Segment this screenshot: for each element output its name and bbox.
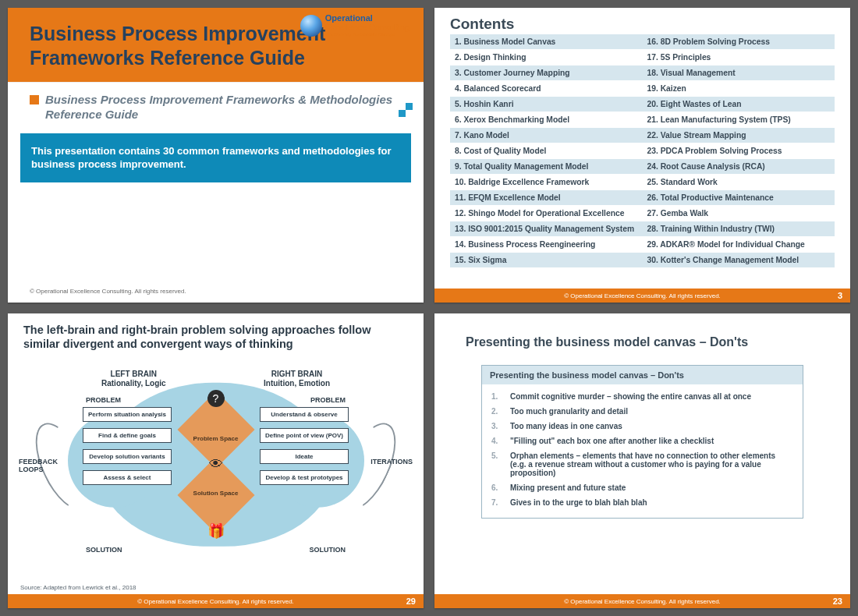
diagram-box: Assess & select	[83, 470, 172, 485]
solution-space-label: Solution Space	[193, 490, 239, 497]
diagram-box: Ideate	[260, 449, 349, 464]
contents-item: 3. Customer Journey Mapping	[450, 65, 643, 81]
donts-item: 4."Filling out" each box one after anoth…	[491, 434, 793, 448]
contents-item: 16. 8D Problem Solving Process	[643, 34, 835, 50]
left-brain-head: LEFT BRAIN Rationality, Logic	[101, 370, 166, 388]
donts-item: 5.Orphan elements – elements that have n…	[491, 448, 793, 480]
decor-squares-icon	[399, 103, 413, 117]
footer-bar: © Operational Excellence Consulting. All…	[8, 594, 424, 608]
donts-item-number: 1.	[491, 392, 502, 401]
right-boxes-col: Understand & observeDefine point of view…	[260, 407, 349, 485]
footer-copyright: © Operational Excellence Consulting. All…	[137, 598, 294, 605]
donts-item-number: 2.	[491, 407, 502, 416]
contents-item: 9. Total Quality Management Model	[450, 159, 643, 175]
blurb-text: This presentation contains 30 common fra…	[31, 145, 392, 171]
solution-label-left: SOLUTION	[86, 546, 122, 554]
slide3-title: The left-brain and right-brain problem s…	[8, 313, 424, 356]
contents-item: 26. Total Productive Maintenance	[643, 190, 835, 206]
bullet-square-icon	[30, 95, 39, 104]
contents-item: 17. 5S Principles	[643, 50, 835, 65]
donts-item: 3.Too many ideas in one canvas	[491, 419, 793, 434]
copyright-footer: © Operational Excellence Consulting. All…	[30, 288, 186, 295]
contents-item: 22. Value Stream Mapping	[643, 128, 835, 143]
donts-item-number: 6.	[491, 483, 502, 492]
contents-item: 28. Training Within Industry (TWI)	[643, 221, 835, 237]
contents-item: 14. Business Process Reengineering	[450, 237, 643, 253]
left-boxes-col: Perform situation analysisFind & define …	[83, 407, 172, 485]
contents-item: 21. Lean Manufacturing System (TPS)	[643, 112, 835, 128]
slide-title: Operational Excellence Consulting Empowe…	[8, 8, 424, 303]
donts-item-text: Too many ideas in one canvas	[510, 422, 622, 430]
contents-item: 30. Kotter's Change Management Model	[643, 253, 835, 268]
feedback-label: FEEDBACK LOOPS	[19, 458, 58, 474]
contents-title: Contents	[434, 8, 850, 34]
donts-item-text: Commit cognitive murder – showing the en…	[510, 392, 751, 401]
donts-item: 6.Mixing present and future state	[491, 480, 793, 495]
contents-item: 11. EFQM Excellence Model	[450, 190, 643, 206]
brand-tagline: Empowering Sustainable Change	[325, 32, 410, 37]
contents-col-right: 16. 8D Problem Solving Process17. 5S Pri…	[643, 34, 835, 268]
diagram-box: Perform situation analysis	[83, 407, 172, 422]
slide-donts: Presenting the business model canvas – D…	[434, 313, 850, 608]
donts-item-number: 5.	[491, 451, 502, 477]
source-citation: Source: Adapted from Lewrick et al., 201…	[20, 584, 136, 591]
footer-copyright: © Operational Excellence Consulting. All…	[564, 598, 721, 605]
contents-item: 29. ADKAR® Model for Individual Change	[643, 237, 835, 253]
donts-item-text: Gives in to the urge to blah blah blah	[510, 498, 647, 507]
iterations-label: ITERATIONS	[370, 458, 413, 466]
subtitle-text: Business Process Improvement Frameworks …	[45, 92, 402, 122]
page-number: 29	[406, 597, 416, 606]
donts-item-number: 7.	[491, 498, 502, 507]
donts-item-number: 3.	[491, 422, 502, 430]
contents-item: 23. PDCA Problem Solving Process	[643, 143, 835, 159]
diagram-box: Find & define goals	[83, 428, 172, 443]
slide-brain-diagram: The left-brain and right-brain problem s…	[8, 313, 424, 608]
contents-item: 6. Xerox Benchmarking Model	[450, 112, 643, 128]
brand-logo: Operational Excellence Consulting Empowe…	[300, 14, 410, 37]
globe-icon	[300, 15, 322, 37]
footer-bar: © Operational Excellence Consulting. All…	[434, 594, 850, 608]
contents-item: 18. Visual Management	[643, 65, 835, 81]
contents-item: 4. Balanced Scorecard	[450, 81, 643, 97]
donts-item-text: Too much granularity and detail	[510, 407, 628, 416]
subtitle-area: Business Process Improvement Frameworks …	[8, 83, 424, 129]
contents-item: 19. Kaizen	[643, 81, 835, 97]
slide4-title: Presenting the business model canvas – D…	[434, 313, 850, 357]
contents-item: 8. Cost of Quality Model	[450, 143, 643, 159]
contents-item: 5. Hoshin Kanri	[450, 97, 643, 112]
question-icon: ?	[207, 390, 225, 407]
problem-space-label: Problem Space	[193, 435, 239, 442]
gift-icon: 🎁	[207, 522, 225, 540]
diagram-box: Develop & test prototypes	[260, 470, 349, 485]
solution-label-right: SOLUTION	[310, 546, 346, 554]
donts-list: 1.Commit cognitive murder – showing the …	[482, 384, 803, 518]
contents-item: 20. Eight Wastes of Lean	[643, 97, 835, 112]
contents-item: 1. Business Model Canvas	[450, 34, 643, 50]
brand-text: Operational Excellence Consulting Empowe…	[325, 14, 410, 37]
donts-item: 2.Too much granularity and detail	[491, 404, 793, 419]
contents-grid: 1. Business Model Canvas2. Design Thinki…	[434, 34, 850, 268]
donts-item: 7.Gives in to the urge to blah blah blah	[491, 495, 793, 510]
blurb-box: This presentation contains 30 common fra…	[20, 133, 411, 182]
contents-item: 2. Design Thinking	[450, 50, 643, 65]
contents-item: 25. Standard Work	[643, 175, 835, 190]
diagram-box: Develop solution variants	[83, 449, 172, 464]
contents-col-left: 1. Business Model Canvas2. Design Thinki…	[450, 34, 643, 268]
footer-bar: © Operational Excellence Consulting. All…	[434, 289, 850, 303]
contents-item: 24. Root Cause Analysis (RCA)	[643, 159, 835, 175]
contents-item: 7. Kano Model	[450, 128, 643, 143]
page-number: 23	[833, 597, 842, 606]
diagram-box: Understand & observe	[260, 407, 349, 422]
donts-item: 1.Commit cognitive murder – showing the …	[491, 389, 793, 404]
problem-label-left: PROBLEM	[86, 396, 121, 404]
diagram-stage: Problem Space Solution Space ? 👁 🎁 LEFT …	[8, 359, 424, 577]
contents-item: 13. ISO 9001:2015 Quality Management Sys…	[450, 221, 643, 237]
donts-item-text: Orphan elements – elements that have no …	[510, 451, 793, 477]
footer-copyright: © Operational Excellence Consulting. All…	[564, 292, 721, 299]
contents-item: 27. Gemba Walk	[643, 206, 835, 221]
eye-icon: 👁	[207, 455, 225, 473]
right-brain-head: RIGHT BRAIN Intuition, Emotion	[264, 370, 330, 388]
donts-item-text: Mixing present and future state	[510, 483, 626, 492]
donts-item-text: "Filling out" each box one after another…	[510, 437, 714, 445]
contents-item: 10. Baldrige Excellence Framework	[450, 175, 643, 190]
